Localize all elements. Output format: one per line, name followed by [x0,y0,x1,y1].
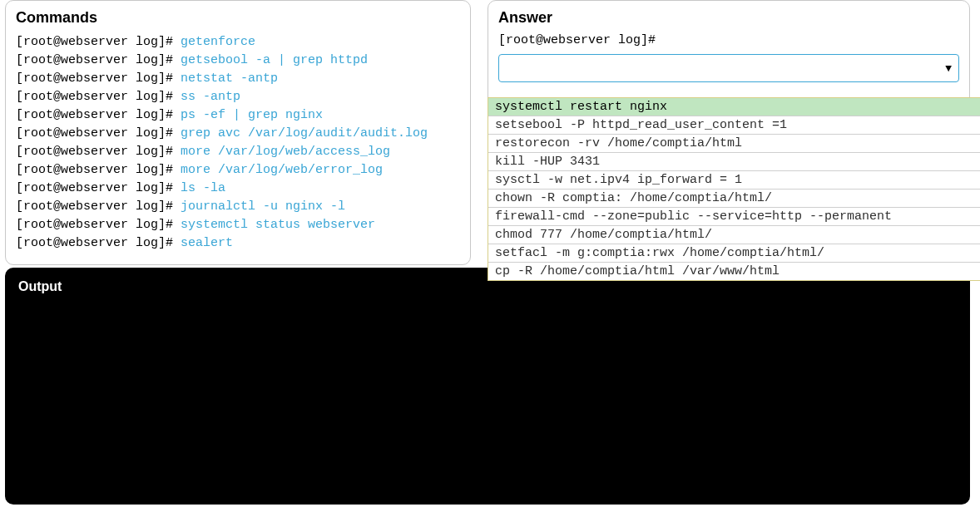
chevron-down-icon: ▼ [945,62,952,75]
command-link[interactable]: journalctl -u nginx -l [181,199,345,214]
answer-title: Answer [498,9,959,27]
command-prompt: [root@webserver log]# [16,218,181,232]
command-prompt: [root@webserver log]# [16,199,181,214]
command-prompt: [root@webserver log]# [16,126,181,140]
command-prompt: [root@webserver log]# [16,145,181,159]
dropdown-option[interactable]: systemctl restart nginx [488,98,980,116]
command-link[interactable]: ls -la [181,181,225,195]
command-line: [root@webserver log]# netstat -antp [16,70,460,88]
answer-dropdown[interactable]: systemctl restart nginxsetsebool -P http… [488,97,980,281]
command-prompt: [root@webserver log]# [16,181,181,195]
command-line: [root@webserver log]# getenforce [16,33,460,52]
command-link[interactable]: netstat -antp [181,71,278,86]
command-line: [root@webserver log]# ps -ef | grep ngin… [16,106,460,125]
command-line: [root@webserver log]# grep avc /var/log/… [16,125,460,143]
dropdown-option[interactable]: setfacl -m g:comptia:rwx /home/comptia/h… [488,244,980,263]
command-prompt: [root@webserver log]# [16,71,181,86]
command-link[interactable]: getenforce [181,35,255,49]
dropdown-option[interactable]: cp -R /home/comptia/html /var/www/html [488,263,980,280]
dropdown-option[interactable]: sysctl -w net.ipv4 ip_forward = 1 [488,171,980,190]
command-link[interactable]: sealert [181,236,233,250]
command-prompt: [root@webserver log]# [16,53,181,67]
dropdown-option[interactable]: chmod 777 /home/comptia/html/ [488,226,980,244]
commands-title: Commands [16,9,460,27]
command-link[interactable]: getsebool -a | grep httpd [181,53,368,67]
dropdown-option[interactable]: kill -HUP 3431 [488,153,980,171]
command-line: [root@webserver log]# more /var/log/web/… [16,143,460,161]
output-panel: Output [5,268,970,505]
dropdown-option[interactable]: restorecon -rv /home/comptia/html [488,135,980,153]
command-line: [root@webserver log]# more /var/log/web/… [16,161,460,180]
dropdown-option[interactable]: firewall-cmd --zone=public --service=htt… [488,208,980,226]
commands-list: [root@webserver log]# getenforce[root@we… [16,33,460,253]
dropdown-option[interactable]: setsebool -P httpd_read_user_content =1 [488,116,980,135]
command-prompt: [root@webserver log]# [16,236,181,250]
command-prompt: [root@webserver log]# [16,90,181,104]
command-link[interactable]: grep avc /var/log/audit/audit.log [181,126,428,140]
command-line: [root@webserver log]# systemctl status w… [16,216,460,234]
command-link[interactable]: systemctl status webserver [181,218,375,232]
command-link[interactable]: ps -ef | grep nginx [181,108,323,122]
answer-select[interactable]: ▼ [498,54,959,82]
command-line: [root@webserver log]# journalctl -u ngin… [16,198,460,216]
command-prompt: [root@webserver log]# [16,163,181,177]
command-link[interactable]: more /var/log/web/access_log [181,145,390,159]
dropdown-option[interactable]: chown -R comptia: /home/comptia/html/ [488,190,980,208]
command-line: [root@webserver log]# ss -antp [16,88,460,106]
command-prompt: [root@webserver log]# [16,108,181,122]
answer-prompt: [root@webserver log]# [498,33,959,47]
commands-panel: Commands [root@webserver log]# getenforc… [5,0,471,265]
output-title: Output [18,279,957,294]
command-line: [root@webserver log]# sealert [16,234,460,253]
command-link[interactable]: ss -antp [181,90,240,104]
command-link[interactable]: more /var/log/web/error_log [181,163,383,177]
command-line: [root@webserver log]# ls -la [16,180,460,198]
command-line: [root@webserver log]# getsebool -a | gre… [16,52,460,70]
command-prompt: [root@webserver log]# [16,35,181,49]
answer-panel: Answer [root@webserver log]# ▼ systemctl… [488,0,970,265]
